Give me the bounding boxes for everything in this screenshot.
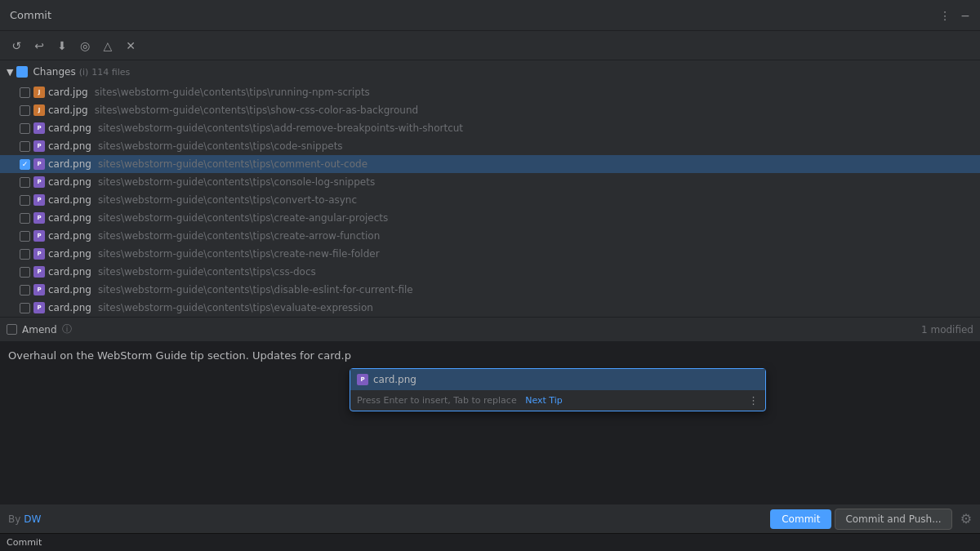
file-name: card.png [48,140,91,152]
file-type-png-icon: P [33,284,45,295]
file-row[interactable]: Pcard.pngsites\webstorm-guide\contents\t… [0,137,980,155]
status-text: Commit [7,537,42,548]
file-path: sites\webstorm-guide\contents\tips\add-r… [98,122,463,134]
autocomplete-hint-text: Press Enter to insert, Tab to replace [357,395,517,406]
close-toolbar-button[interactable]: ✕ [121,36,140,56]
download-button[interactable]: ⬇ [52,36,72,56]
amend-info-icon[interactable]: ⓘ [62,322,72,336]
file-checkbox[interactable] [20,213,30,224]
file-type-jpg-icon: J [33,87,45,98]
file-type-png-icon: P [33,212,45,224]
autocomplete-item[interactable]: P card.png [350,369,765,390]
file-path: sites\webstorm-guide\contents\tips\creat… [98,230,380,242]
file-list: Jcard.jpgsites\webstorm-guide\contents\t… [0,83,980,317]
settings-icon[interactable]: ⚙ [960,511,972,527]
file-name: card.png [48,248,91,260]
file-checkbox[interactable] [20,159,30,170]
toolbar: ↺ ↩ ⬇ ◎ △ ✕ [0,31,980,60]
file-name: card.png [48,266,91,278]
file-row[interactable]: Pcard.pngsites\webstorm-guide\contents\t… [0,281,980,299]
changes-header[interactable]: ▼ Changes (i) 114 files [0,60,980,83]
file-row[interactable]: Pcard.pngsites\webstorm-guide\contents\t… [0,191,980,209]
file-type-png-icon: P [33,302,45,313]
file-checkbox[interactable] [20,141,30,152]
file-row[interactable]: Pcard.pngsites\webstorm-guide\contents\t… [0,227,980,245]
file-name: card.png [48,194,91,206]
more-options-icon[interactable]: ⋮ [939,9,951,22]
title-bar-right: ⋮ − [939,9,970,22]
file-type-png-icon: P [33,266,45,278]
file-path: sites\webstorm-guide\contents\tips\code-… [98,140,343,152]
undo-button[interactable]: ↩ [29,36,49,56]
refresh-button[interactable]: ↺ [7,36,26,56]
file-checkbox[interactable] [20,249,30,260]
file-checkbox[interactable] [20,87,30,98]
bottom-bar: Amend ⓘ 1 modified [0,317,980,341]
file-path: sites\webstorm-guide\contents\tips\show-… [95,104,418,116]
title-bar-left: Commit [10,9,51,21]
file-checkbox[interactable] [20,177,30,188]
close-icon: ✕ [126,39,136,52]
file-checkbox[interactable] [20,303,30,313]
file-checkbox[interactable] [20,195,30,206]
file-row[interactable]: Pcard.pngsites\webstorm-guide\contents\t… [0,173,980,191]
preview-button[interactable]: ◎ [75,36,95,56]
file-row[interactable]: Pcard.pngsites\webstorm-guide\contents\t… [0,155,980,173]
file-path: sites\webstorm-guide\contents\tips\disab… [98,284,413,295]
file-row[interactable]: Pcard.pngsites\webstorm-guide\contents\t… [0,263,980,281]
download-icon: ⬇ [57,39,67,52]
file-checkbox[interactable] [20,123,30,134]
file-path: sites\webstorm-guide\contents\tips\creat… [98,248,380,260]
author-name[interactable]: DW [24,513,41,525]
changes-count-badge: (i) [79,67,89,78]
file-row[interactable]: Pcard.pngsites\webstorm-guide\contents\t… [0,245,980,263]
collapse-icon: △ [104,39,113,52]
expand-chevron-icon: ▼ [7,67,13,78]
file-row[interactable]: Pcard.pngsites\webstorm-guide\contents\t… [0,209,980,227]
commit-message-input[interactable] [0,342,980,504]
file-path: sites\webstorm-guide\contents\tips\creat… [98,212,388,224]
file-name: card.png [48,122,91,134]
autocomplete-filename: card.png [373,374,416,385]
file-type-png-icon: P [33,176,45,188]
file-checkbox[interactable] [20,267,30,278]
file-path: sites\webstorm-guide\contents\tips\conve… [98,194,357,206]
file-name: card.png [48,212,91,224]
window-title: Commit [10,9,51,21]
file-path: sites\webstorm-guide\contents\tips\css-d… [98,266,316,278]
autocomplete-next-tip[interactable]: Next Tip [525,395,563,406]
file-type-png-icon: P [33,158,45,170]
file-path: sites\webstorm-guide\contents\tips\comme… [98,158,368,170]
autocomplete-more-icon[interactable]: ⋮ [748,394,759,407]
commit-message-area: P card.png Press Enter to insert, Tab to… [0,341,980,504]
amend-section: Amend ⓘ [7,322,72,336]
modified-badge: 1 modified [921,324,973,335]
file-row[interactable]: Jcard.jpgsites\webstorm-guide\contents\t… [0,101,980,119]
file-checkbox[interactable] [20,285,30,295]
file-row[interactable]: Pcard.pngsites\webstorm-guide\contents\t… [0,299,980,317]
commit-button[interactable]: Commit [770,509,831,529]
commit-and-push-button[interactable]: Commit and Push... [835,509,951,530]
file-type-png-icon: P [33,122,45,134]
file-name: card.png [48,230,91,242]
file-checkbox[interactable] [20,231,30,242]
refresh-icon: ↺ [11,39,21,52]
collapse-button[interactable]: △ [98,36,118,56]
undo-icon: ↩ [34,39,44,52]
file-row[interactable]: Jcard.jpgsites\webstorm-guide\contents\t… [0,83,980,101]
file-name: card.jpg [48,104,88,116]
file-type-png-icon: P [33,194,45,206]
changes-files-count: 114 files [91,67,130,78]
author-by-label: By [8,513,20,525]
amend-checkbox[interactable] [7,324,17,335]
eye-icon: ◎ [80,39,90,52]
amend-label[interactable]: Amend [22,324,57,335]
minimize-icon[interactable]: − [960,9,970,22]
file-path: sites\webstorm-guide\contents\tips\conso… [98,176,375,188]
file-path: sites\webstorm-guide\contents\tips\runni… [95,87,370,98]
file-checkbox[interactable] [20,105,30,116]
autocomplete-hint: Press Enter to insert, Tab to replace Ne… [350,390,765,411]
author-section: By DW [8,513,41,525]
file-row[interactable]: Pcard.pngsites\webstorm-guide\contents\t… [0,119,980,137]
folder-icon [16,66,28,78]
